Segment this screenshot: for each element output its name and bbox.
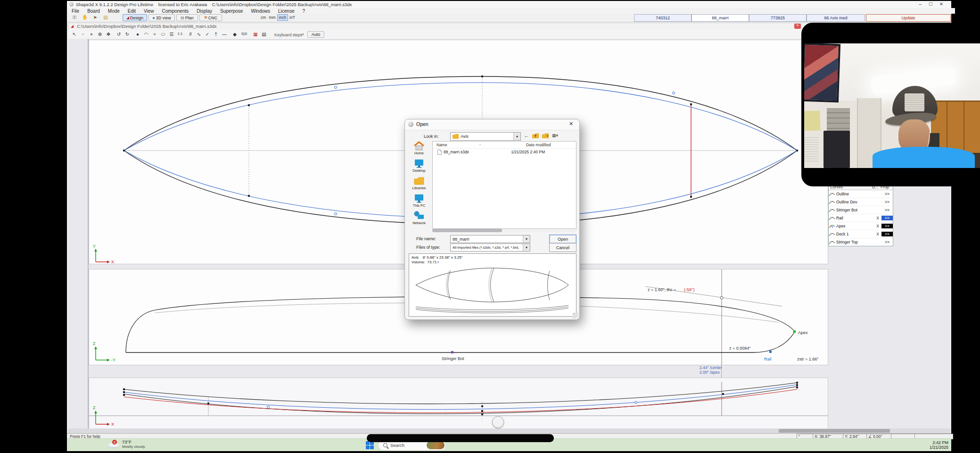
menu-board[interactable]: Board — [86, 8, 101, 14]
doc-close-button[interactable]: ✕ — [794, 24, 801, 29]
menu-edit[interactable]: Edit — [127, 8, 137, 14]
color-grid-icon[interactable]: ▦ — [252, 32, 259, 37]
curve-prop-button[interactable]: >> — [881, 232, 893, 236]
dialog-cancel-button[interactable]: Cancel — [549, 243, 576, 252]
dialog-open-button[interactable]: Open — [549, 235, 576, 243]
file-list-scroll-thumb[interactable] — [432, 229, 502, 232]
unit-mm[interactable]: mm — [267, 15, 277, 20]
divide-icon[interactable]: ÷ — [151, 32, 158, 37]
undo-icon[interactable]: ↺ — [115, 32, 123, 37]
menu-display[interactable]: Display — [196, 8, 213, 14]
curve-row-stringer-top[interactable]: Stringer Top >> — [829, 238, 893, 246]
fin-tool-icon[interactable]: ◆ — [231, 32, 239, 37]
guideline-icon[interactable]: † — [212, 32, 220, 37]
menu-help[interactable]: ? — [301, 8, 306, 14]
dim-field-name[interactable]: 88_marri — [692, 14, 749, 22]
view-menu-icon[interactable]: ▦▾ — [552, 133, 558, 138]
plan-button[interactable]: ▤ Plan — [176, 14, 198, 21]
maximize-button[interactable]: ▢ — [926, 1, 935, 6]
arc-icon[interactable]: ◠ — [142, 32, 150, 37]
dim-field-width[interactable]: 773825 — [749, 14, 807, 22]
weather-widget[interactable]: 8 73°F Mostly cloudy — [108, 440, 145, 449]
unit-inch[interactable]: inch — [277, 14, 288, 21]
cnc-button[interactable]: ⚒ CNC — [199, 14, 222, 21]
curve-row-outline-dev[interactable]: Outline Dev >> — [829, 198, 893, 206]
redo-icon[interactable]: ↻ — [124, 32, 131, 37]
curve-prop-button[interactable]: >> — [881, 200, 893, 204]
menu-view[interactable]: View — [143, 8, 155, 14]
curve-prop-button[interactable]: >> — [881, 240, 893, 244]
curve-row-outline[interactable]: Outline >> — [829, 190, 893, 198]
new-folder-icon[interactable]: ✶ — [542, 133, 549, 138]
files-of-type-dropdown[interactable]: ▼ — [523, 244, 530, 251]
menu-file[interactable]: File — [71, 8, 80, 14]
ellipse-filled-icon[interactable]: ● — [134, 32, 141, 37]
curve-row-rail[interactable]: Rail X >> — [829, 214, 893, 222]
place-desktop[interactable]: Desktop — [408, 159, 430, 173]
3d-view-button[interactable]: ● 3D view — [148, 14, 175, 21]
curve-row-apex[interactable]: Apex X >> — [829, 222, 893, 230]
menu-components[interactable]: Components — [161, 8, 190, 14]
col-header-name[interactable]: Name — [433, 143, 447, 147]
slope-icon[interactable]: ✓ — [204, 32, 211, 37]
lock-icon[interactable]: ⚿ — [71, 15, 78, 20]
curve-row-deck1[interactable]: Deck 1 X >> — [829, 230, 893, 238]
horizontal-line-icon[interactable]: — — [221, 32, 228, 37]
clock-widget[interactable]: 2:42 PM 1/21/2025 — [906, 440, 948, 450]
dialog-title-bar[interactable]: Open ✕ — [405, 119, 579, 130]
one-to-one-icon[interactable]: 1:1 — [176, 32, 184, 36]
curvature-icon[interactable]: ∿ — [195, 32, 203, 37]
minimize-button[interactable]: – — [915, 1, 925, 7]
menu-mode[interactable]: Mode — [107, 8, 121, 14]
design-mode-button[interactable]: ◢ Design — [123, 14, 147, 21]
unit-inT[interactable]: inT — [288, 15, 296, 20]
menu-windows[interactable]: Windows — [250, 8, 271, 14]
files-of-type-combo[interactable]: All imported files (*.s3dx, *.s3d, *.srf… — [450, 243, 530, 252]
place-this-pc[interactable]: This PC — [408, 193, 430, 208]
file-name-input[interactable]: 88_marri ▼ — [450, 235, 530, 243]
select-arrow-icon[interactable]: ↖ — [71, 32, 78, 37]
dialog-resize-grip[interactable] — [573, 313, 578, 319]
place-network[interactable]: Network — [408, 211, 430, 225]
curve-prop-button[interactable]: >> — [881, 192, 893, 196]
col-header-date[interactable]: Date modified — [526, 143, 551, 147]
look-in-dropdown[interactable]: ▼ — [513, 133, 520, 140]
dim-field-ref[interactable]: 86 Avis med — [807, 14, 865, 22]
pointer-icon[interactable]: ➤ — [91, 15, 99, 20]
place-libraries[interactable]: Libraries — [408, 176, 430, 190]
auto-steps-button[interactable]: Auto — [307, 31, 324, 38]
unit-cm[interactable]: cm — [259, 15, 267, 20]
file-name-dropdown[interactable]: ▼ — [523, 235, 530, 243]
curve-prop-button[interactable]: >> — [881, 224, 893, 228]
webcam-overlay[interactable] — [801, 23, 980, 186]
horizontal-scrollbar[interactable] — [68, 428, 950, 433]
rocker-view-canvas[interactable]: Z X — [89, 378, 828, 429]
curve-prop-button[interactable]: >> — [881, 216, 893, 220]
pan-icon[interactable]: ✥ — [105, 32, 112, 37]
search-highlight-image[interactable] — [427, 441, 445, 449]
scrollbar-thumb[interactable] — [779, 429, 890, 433]
dim-field-length[interactable]: 740312 — [634, 14, 692, 22]
ellipse-icon[interactable]: ⬭ — [159, 32, 167, 37]
place-home[interactable]: Home — [408, 141, 430, 155]
curve-prop-button[interactable]: >> — [881, 208, 893, 212]
task-view-icon[interactable]: ⧉ — [449, 451, 460, 453]
dialog-close-icon[interactable]: ✕ — [569, 121, 573, 127]
update-button[interactable]: Update — [866, 14, 951, 22]
close-button[interactable]: ✕ — [937, 1, 946, 7]
grid-icon[interactable]: # — [187, 32, 194, 37]
steps-plus[interactable]: + — [302, 32, 304, 37]
zoom-icon[interactable]: ⌖ — [88, 32, 95, 37]
mirror-icon[interactable]: S|S — [240, 32, 248, 36]
hand-icon[interactable]: ✋ — [81, 15, 89, 20]
up-folder-icon[interactable] — [532, 133, 539, 138]
file-row[interactable]: 88_marri.s3dx 1/21/2025 2:40 PM — [433, 149, 576, 155]
look-in-combo[interactable]: Avis ▼ — [450, 132, 521, 141]
marquee-icon[interactable]: ▫ — [79, 32, 87, 37]
lines-icon[interactable]: ☰ — [168, 32, 175, 37]
curve-row-stringer-bot[interactable]: Stringer Bot >> — [829, 206, 893, 214]
menu-license[interactable]: License — [277, 8, 295, 14]
menu-superpose[interactable]: Superpose — [219, 8, 244, 14]
file-list-hscrollbar[interactable] — [432, 229, 576, 232]
zoom-plus-icon[interactable]: ⊕ — [96, 32, 104, 37]
